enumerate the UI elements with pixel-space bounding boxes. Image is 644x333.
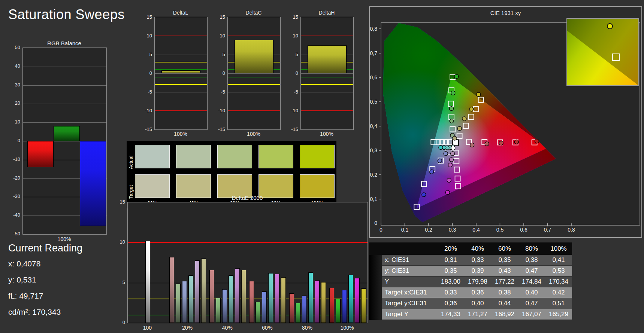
- rgb-y-tick-label: 40: [7, 63, 20, 69]
- deltae-y-tick-label: 10: [112, 239, 125, 245]
- deltae-group-label: 40%: [212, 325, 242, 331]
- table-value-cell: 0,40: [464, 298, 491, 309]
- deltae-x-labels: 10020%40%60%80%100%: [127, 325, 367, 332]
- table-row-label: Target x:CIE31: [382, 287, 437, 298]
- deltae-bar: [249, 281, 254, 323]
- cie-measured-circle: [470, 143, 474, 147]
- delta-y-tick-label: -5: [139, 89, 152, 95]
- table-row-strip: [369, 298, 382, 309]
- cie-inset-dim-overlay: [567, 19, 638, 85]
- rgb-balance-plot: [22, 48, 107, 235]
- cie-measured-circle: [457, 126, 462, 131]
- swatch-actual: [258, 145, 293, 168]
- table-value-cell: 0,51: [545, 298, 572, 309]
- deltae-group-label: 100: [132, 325, 162, 331]
- svg-text:0,1: 0,1: [370, 196, 378, 202]
- table-row-strip: [369, 277, 382, 287]
- saturation-sweeps-screen: Saturation Sweeps RGB Balance 100% 50403…: [0, 0, 644, 333]
- rgb-bar-green: [54, 126, 80, 141]
- delta-c-plot: [227, 17, 281, 130]
- table-row-label: Target y:CIE31: [382, 298, 437, 309]
- cie-white-measured-circle: [451, 146, 455, 150]
- deltae-bar: [229, 275, 233, 323]
- delta-y-tick-label: 0: [139, 70, 152, 76]
- table-row-strip: [369, 255, 382, 266]
- table-value-cell: 174,33: [437, 309, 464, 320]
- delta-y-tick-label: 0: [212, 70, 225, 76]
- svg-text:0,1: 0,1: [401, 227, 409, 233]
- cie-measured-circle: [453, 136, 457, 140]
- deltae-bar: [201, 259, 206, 323]
- table-value-cell: 0,38: [518, 255, 545, 266]
- svg-text:0,4: 0,4: [472, 227, 480, 233]
- table-value-cell: 170,34: [545, 277, 572, 287]
- table-value-cell: 179,98: [464, 277, 491, 287]
- table-row-label: Y: [382, 277, 437, 287]
- delta-h-title: DeltaH: [300, 10, 353, 16]
- delta-c-x-label: 100%: [227, 131, 280, 137]
- cie-measured-circle: [451, 91, 455, 95]
- cie-measured-circle: [499, 141, 503, 145]
- deltae-bar: [195, 260, 200, 323]
- cie-measured-circle: [430, 170, 434, 174]
- table-value-cell: 168,92: [491, 309, 518, 320]
- delta-bar: [235, 40, 273, 73]
- delta-gridline: [228, 73, 280, 74]
- deltae-bar: [296, 303, 300, 323]
- deltae-bar: [302, 296, 307, 323]
- cie-measured-circle: [444, 152, 448, 156]
- table-value-cell: 177,22: [491, 277, 518, 287]
- table-row-strip: [369, 266, 382, 277]
- delta-y-tick-label: 0: [285, 70, 298, 76]
- table-value-cell: 0,44: [491, 298, 518, 309]
- table-value-cell: 0,40: [518, 287, 545, 298]
- delta-gridline: [301, 92, 353, 92]
- svg-text:0,5: 0,5: [496, 227, 504, 233]
- cie-measured-circle: [450, 158, 454, 162]
- deltae-group-label: 60%: [252, 325, 282, 331]
- delta-bar: [308, 45, 347, 73]
- table-header-cell: 20%: [437, 242, 464, 255]
- deltae-bar: [241, 270, 246, 323]
- svg-text:0: 0: [374, 220, 377, 226]
- table-value-cell: 171,27: [464, 309, 491, 320]
- delta-limit-red: [301, 36, 353, 36]
- delta-limit-green: [155, 69, 207, 70]
- svg-text:0,5: 0,5: [370, 99, 378, 105]
- delta-limit-yellow: [155, 62, 207, 62]
- deltae-bar: [308, 272, 313, 323]
- rgb-gridline: [23, 104, 106, 104]
- table-value-cell: 0,38: [491, 287, 518, 298]
- delta-limit-red: [155, 36, 207, 36]
- cie-measured-circle: [445, 190, 450, 195]
- delta-y-tick-label: -10: [285, 108, 298, 113]
- rgb-y-tick-label: 0: [7, 138, 20, 143]
- cie-measured-circle: [454, 74, 459, 79]
- delta-y-tick-label: -15: [212, 126, 225, 132]
- measurement-table: 20%40%60%80%100%x: CIE310,310,330,350,38…: [369, 242, 572, 320]
- delta-y-tick-label: 10: [285, 33, 298, 39]
- rgb-y-tick-label: 20: [7, 100, 20, 106]
- table-header-cell: 60%: [491, 242, 518, 255]
- deltae-gridline: [128, 283, 368, 283]
- deltae-bar: [262, 291, 267, 323]
- svg-text:0,6: 0,6: [520, 227, 527, 233]
- cie-1931-panel: CIE 1931 xy 0 0,1 0,2 0,3: [369, 6, 642, 238]
- svg-text:0: 0: [380, 227, 383, 233]
- svg-text:0,3: 0,3: [449, 227, 456, 233]
- deltae-bar: [348, 275, 353, 323]
- svg-text:0,2: 0,2: [370, 172, 378, 178]
- cie-title: CIE 1931 xy: [370, 10, 641, 16]
- cie-measured-circle: [477, 92, 481, 97]
- delta-limit-green: [301, 77, 353, 77]
- deltae-bar: [182, 281, 187, 323]
- table-value-cell: 183,00: [437, 277, 464, 287]
- table-value-cell: 167,07: [518, 309, 545, 320]
- delta-y-tick-label: -15: [285, 126, 298, 132]
- table-value-cell: 0,36: [464, 287, 491, 298]
- cie-measured-circle: [438, 159, 442, 163]
- deltae-bar: [321, 282, 326, 323]
- deltae-title: DeltaE 2000: [127, 195, 367, 201]
- table-value-cell: 0,33: [464, 255, 491, 266]
- swatch-actual: [217, 145, 252, 168]
